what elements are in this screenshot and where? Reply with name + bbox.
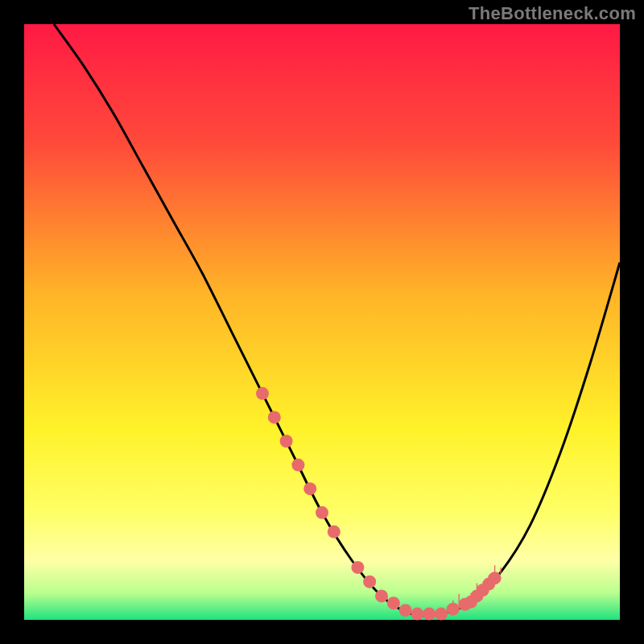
chart-container: TheBottleneck.com (0, 0, 644, 644)
curve-marker (268, 411, 281, 423)
curve-marker (423, 608, 436, 621)
chart-svg (0, 0, 644, 644)
curve-marker (489, 572, 502, 584)
curve-marker (447, 603, 460, 616)
curve-marker (291, 459, 304, 472)
curve-marker (375, 589, 388, 602)
curve-marker (280, 435, 293, 448)
curve-marker (435, 608, 448, 621)
curve-marker (387, 597, 400, 609)
curve-marker (256, 387, 269, 400)
curve-marker (411, 608, 423, 621)
curve-marker (399, 604, 412, 617)
curve-marker (363, 576, 376, 588)
curve-marker (351, 561, 364, 574)
watermark-text: TheBottleneck.com (469, 3, 636, 24)
curve-marker (303, 482, 316, 495)
curve-marker (316, 506, 328, 519)
curve-marker (328, 525, 341, 538)
